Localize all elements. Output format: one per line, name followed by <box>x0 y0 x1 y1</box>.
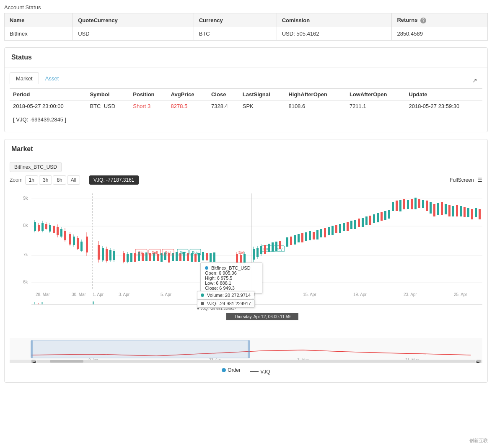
svg-rect-82 <box>206 253 208 260</box>
svg-rect-125 <box>358 219 360 227</box>
status-tabs-header: Market Asset ↗ <box>10 72 482 89</box>
svg-rect-131 <box>381 212 383 221</box>
svg-rect-150 <box>452 206 454 216</box>
svg-rect-103 <box>272 242 274 252</box>
svg-rect-146 <box>437 203 439 215</box>
svg-rect-101 <box>264 245 266 254</box>
tooltip-dot-price <box>205 266 208 270</box>
market-section-title: Market <box>5 139 487 159</box>
account-returns: 2850.4589 <box>392 27 488 41</box>
tooltip-symbol: Bitfinex_BTC_USD <box>211 265 251 270</box>
vjq-value: VJQ: -24 981.224917 <box>207 301 251 306</box>
scrollbar-left-arrow[interactable]: ◀ <box>31 360 36 363</box>
svg-rect-112 <box>309 231 311 240</box>
svg-rect-20 <box>53 226 55 233</box>
svg-text:9k: 9k <box>23 196 28 201</box>
td-period: 2018-05-27 23:00:00 <box>10 100 86 112</box>
svg-rect-52 <box>134 253 136 262</box>
svg-rect-84 <box>213 252 215 262</box>
td-position: Short 3 <box>129 100 167 112</box>
scrollbar[interactable]: ◀ ▶ <box>10 360 482 363</box>
th-highafteropen: HighAfterOpen <box>285 89 346 100</box>
order-dot <box>222 368 226 372</box>
account-table: Name QuoteCurrency Currency Comission Re… <box>4 13 488 41</box>
td-highafteropen: 8108.6 <box>285 100 346 112</box>
svg-rect-126 <box>362 218 364 227</box>
th-close: Close <box>208 89 239 100</box>
tooltip-close: Close: 6 949.3 <box>205 286 258 291</box>
svg-rect-173 <box>93 301 94 304</box>
zoom-1h[interactable]: 1h <box>25 175 38 185</box>
fullscreen-button[interactable]: FullScreen ☰ <box>450 177 482 183</box>
svg-rect-122 <box>347 222 349 231</box>
zoom-8h[interactable]: 8h <box>53 175 66 185</box>
svg-rect-181 <box>31 340 33 358</box>
account-status-title: Account Status <box>4 4 488 10</box>
svg-text:Sell: Sell <box>138 250 144 255</box>
svg-rect-110 <box>301 233 303 242</box>
col-comission: Comission <box>277 13 392 27</box>
scrollbar-right-arrow[interactable]: ▶ <box>476 360 481 363</box>
svg-rect-117 <box>328 227 330 235</box>
legend-vjq-label: VJQ <box>260 369 270 375</box>
tooltip-high: High: 6 975.5 <box>205 275 258 281</box>
expand-icon[interactable]: ↗ <box>467 74 482 87</box>
volume-dot <box>201 294 204 297</box>
svg-rect-157 <box>479 209 481 219</box>
vjq-line <box>250 371 259 372</box>
fullscreen-label: FullScreen <box>450 177 474 183</box>
td-close: 7328.4 <box>208 100 239 112</box>
chart-tab-bitfinex[interactable]: Bitfinex_BTC_USD <box>10 162 62 172</box>
th-lowafteropen: LowAfterOpen <box>346 89 406 100</box>
main-chart-area: 9k 8k 7k 6k <box>10 187 482 338</box>
zoom-3h[interactable]: 3h <box>39 175 52 185</box>
td-avgprice: 8278.5 <box>168 100 208 112</box>
th-lastsignal: LastSignal <box>239 89 285 100</box>
svg-text:5. Apr: 5. Apr <box>161 292 172 297</box>
scrollbar-track <box>37 360 475 363</box>
svg-text:Sell: Sell <box>151 250 158 255</box>
svg-rect-133 <box>388 210 390 219</box>
status-section-title: Status <box>5 48 487 67</box>
status-data-table: Period Symbol Position AvgPrice Close La… <box>10 89 482 112</box>
status-section: Status Market Asset ↗ Period Symbol Posi… <box>4 47 488 132</box>
svg-rect-156 <box>475 208 477 217</box>
svg-rect-83 <box>210 253 212 262</box>
volume-value: Volume: 20 272.9714 <box>207 293 251 298</box>
svg-rect-145 <box>433 204 435 216</box>
zoom-all[interactable]: All <box>67 175 80 185</box>
page-container: Account Status Name QuoteCurrency Curren… <box>0 0 492 394</box>
svg-rect-108 <box>294 235 296 245</box>
vjq-chart-tooltip: VJQ: -77187.3161 <box>89 175 138 185</box>
svg-text:30. Mar: 30. Mar <box>72 292 86 297</box>
svg-text:8k: 8k <box>23 223 28 228</box>
svg-rect-180 <box>31 340 249 358</box>
th-symbol: Symbol <box>86 89 129 100</box>
svg-rect-79 <box>194 254 197 262</box>
returns-info-icon[interactable]: ? <box>420 18 426 23</box>
svg-rect-139 <box>411 199 413 209</box>
col-currency: Currency <box>194 13 277 27</box>
svg-rect-120 <box>339 224 341 233</box>
svg-text:Sell: Sell <box>238 250 244 255</box>
menu-lines-icon[interactable]: ☰ <box>478 177 482 183</box>
account-currency: BTC <box>194 27 277 41</box>
svg-rect-124 <box>354 220 356 229</box>
svg-rect-127 <box>365 216 368 225</box>
tooltip-open: Open: 6 905.06 <box>205 270 258 275</box>
svg-text:1. Apr: 1. Apr <box>93 292 104 297</box>
tab-asset[interactable]: Asset <box>39 72 65 84</box>
svg-rect-119 <box>335 225 337 233</box>
svg-text:Buy: Buy <box>179 250 186 255</box>
svg-text:28. Mar: 28. Mar <box>36 292 50 297</box>
svg-rect-129 <box>373 214 375 223</box>
svg-rect-171 <box>38 303 39 304</box>
svg-rect-115 <box>320 229 322 237</box>
svg-rect-107 <box>290 237 292 245</box>
svg-rect-56 <box>149 253 151 261</box>
svg-rect-143 <box>426 201 428 211</box>
scrollbar-thumb[interactable] <box>50 360 83 363</box>
svg-rect-182 <box>248 340 250 358</box>
tab-market[interactable]: Market <box>10 72 39 84</box>
svg-text:6k: 6k <box>23 279 28 284</box>
